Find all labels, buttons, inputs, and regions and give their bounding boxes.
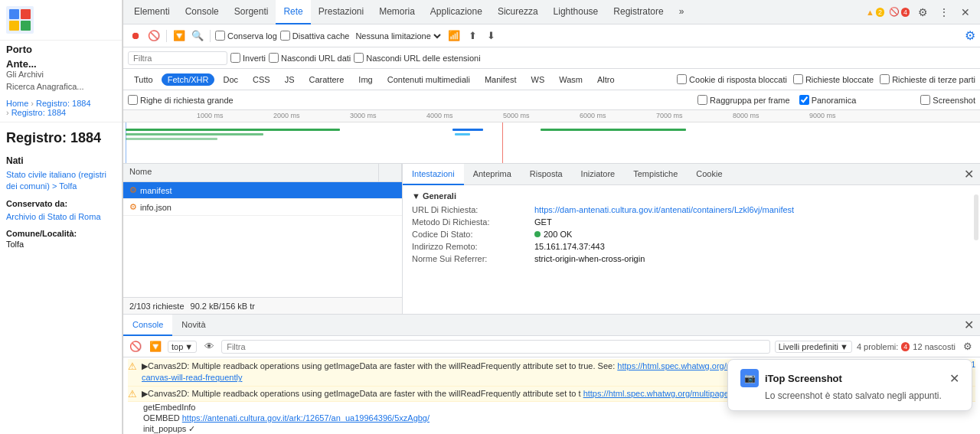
richieste-terze-parti-checkbox[interactable]: Richieste di terze parti	[880, 74, 975, 84]
network-main-area: 1000 ms 2000 ms 3000 ms 4000 ms 5000 ms …	[123, 110, 980, 314]
tab-registratore[interactable]: Registratore	[606, 0, 671, 24]
tab-sorgenti[interactable]: Sorgenti	[227, 0, 276, 24]
nascondi-url-dati-checkbox[interactable]: Nascondi URL dati	[269, 53, 351, 63]
filter-fetch-xhr[interactable]: Fetch/XHR	[162, 73, 215, 86]
filter-manifest[interactable]: Manifest	[479, 73, 523, 86]
inverti-checkbox[interactable]: Inverti	[230, 53, 266, 63]
tab-applicazione[interactable]: Applicazione	[423, 0, 490, 24]
detail-url-row: URL Di Richiesta: https://dam-antenati.c…	[412, 205, 971, 214]
detail-referrer-key: Norme Sui Referrer:	[412, 254, 534, 263]
sidebar: Porto Ante... Gli Archivi Ricerca Anagra…	[0, 0, 122, 434]
disattiva-cache-checkbox[interactable]: Disattiva cache	[280, 31, 350, 41]
console-clear-button[interactable]: 🚫	[128, 339, 143, 354]
detail-tab-risposta[interactable]: Risposta	[521, 164, 572, 185]
tab-lighthouse[interactable]: Lighthouse	[546, 0, 606, 24]
filter-input[interactable]	[128, 51, 227, 65]
search-icon[interactable]: 🔍	[190, 28, 205, 44]
context-selector[interactable]: top ▼	[168, 341, 197, 353]
filter-carattere[interactable]: Carattere	[303, 73, 351, 86]
breadcrumb-home[interactable]: Home	[6, 99, 28, 108]
raggruppa-checkbox[interactable]: Raggruppa per frame	[697, 95, 790, 105]
righe-grandi-checkbox[interactable]: Righe di richiesta grande	[128, 95, 234, 105]
throttle-select[interactable]: Nessuna limitazione	[352, 31, 443, 41]
conserva-log-checkbox[interactable]: Conserva log	[215, 31, 277, 41]
detail-close-button[interactable]: ✕	[958, 167, 980, 181]
request-row-manifest[interactable]: ⚙ manifest	[123, 182, 402, 199]
richieste-bloccate-checkbox[interactable]: Richieste bloccate	[793, 74, 874, 84]
network-split-area: Nome ⚙ manifest ⚙ info.json	[123, 164, 980, 314]
tab-elementi[interactable]: Elementi	[126, 0, 178, 24]
detail-tab-anteprima[interactable]: Anteprima	[464, 164, 521, 185]
levels-select[interactable]: Livelli predefiniti ▼	[775, 341, 852, 353]
filter-contenuti[interactable]: Contenuti multimediali	[381, 73, 476, 86]
detail-remote-val: 15.161.174.37:443	[534, 242, 605, 251]
devtools-icon-area: ▲ 2 🚫 4 ⚙ ⋮ ✕	[866, 4, 977, 21]
sidebar-site-title2: Ante...	[0, 55, 122, 70]
tick-8000ms: 8000 ms	[733, 112, 760, 119]
more-options-icon[interactable]: ⋮	[936, 4, 952, 21]
close-devtools-icon[interactable]: ✕	[957, 4, 974, 21]
stato-civile-text[interactable]: Stato civile italiano (registri dei comu…	[0, 168, 122, 194]
conservato-label: Conservato da:	[0, 194, 122, 210]
detail-tab-iniziatore[interactable]: Iniziatore	[572, 164, 625, 185]
console-oembed-link[interactable]: https://antenati.cultura.gov.it/ark:/126…	[182, 413, 430, 423]
clear-button[interactable]: 🚫	[146, 28, 162, 44]
detail-tab-cookie[interactable]: Cookie	[687, 164, 731, 185]
sidebar-site-subtitle2: Ricerca Anagrafica...	[0, 82, 122, 94]
breadcrumb-sep1: ›	[31, 99, 34, 108]
tick-9000ms: 9000 ms	[809, 112, 836, 119]
settings-icon[interactable]: ⚙	[914, 4, 931, 21]
console-filter-icon[interactable]: 🔽	[148, 339, 163, 354]
tl-bar-2	[126, 133, 263, 135]
filter-js[interactable]: JS	[279, 73, 301, 86]
detail-status-key: Codice Di Stato:	[412, 230, 534, 239]
console-toolbar: 🚫 🔽 top ▼ 👁 Livelli predefiniti ▼ 4 prob…	[123, 336, 980, 357]
sidebar-logo-area	[0, 0, 122, 41]
comune-label: Comune/Località:	[0, 224, 122, 240]
filter-icon[interactable]: 🔽	[172, 28, 187, 44]
breadcrumb-registro1[interactable]: Registro: 1884	[36, 99, 91, 108]
request-rows: ⚙ manifest ⚙ info.json	[123, 182, 402, 297]
tab-console[interactable]: Console	[178, 0, 227, 24]
wifi-icon[interactable]: 📶	[446, 28, 462, 44]
filter-altro[interactable]: Altro	[591, 73, 621, 86]
itop-close-button[interactable]: ✕	[949, 371, 959, 386]
filter-wasm[interactable]: Wasm	[553, 73, 589, 86]
panoramica-checkbox[interactable]: Panoramica	[799, 95, 857, 105]
tl-bar-5	[455, 133, 470, 135]
cookie-risposta-checkbox[interactable]: Cookie di risposta bloccati	[677, 74, 787, 84]
eye-icon[interactable]: 👁	[201, 339, 217, 354]
console-tab-novita[interactable]: Novità	[172, 315, 214, 336]
tab-prestazioni[interactable]: Prestazioni	[311, 0, 371, 24]
detail-tab-intestazioni[interactable]: Intestazioni	[403, 164, 464, 185]
detail-remote-key: Indirizzo Remoto:	[412, 242, 534, 251]
nascondi-url-estensioni-checkbox[interactable]: Nascondi URL delle estensioni	[354, 53, 480, 63]
network-settings-icon[interactable]: ⚙	[965, 28, 975, 43]
tab-rete[interactable]: Rete	[276, 0, 310, 24]
conservato-value: Archivio di Stato di Roma	[0, 210, 122, 224]
breadcrumb-registro2[interactable]: Registro: 1884	[11, 108, 67, 117]
console-log-oembed: OEMBED https://antenati.cultura.gov.it/a…	[128, 413, 975, 423]
console-filter-input[interactable]	[221, 340, 770, 354]
console-settings-icon[interactable]: ⚙	[960, 339, 975, 354]
detail-tab-tempistiche[interactable]: Tempistiche	[624, 164, 687, 185]
tick-2000ms: 2000 ms	[273, 112, 300, 119]
request-count: 2/103 richieste	[129, 302, 185, 311]
filter-tutto[interactable]: Tutto	[128, 73, 159, 86]
filter-img[interactable]: Img	[352, 73, 378, 86]
tab-more[interactable]: »	[671, 0, 692, 24]
detail-url-key: URL Di Richiesta:	[412, 205, 534, 214]
download-icon[interactable]: ⬇	[483, 28, 498, 44]
filter-css[interactable]: CSS	[247, 73, 276, 86]
filter-ws[interactable]: WS	[525, 73, 551, 86]
upload-icon[interactable]: ⬆	[465, 28, 480, 44]
tab-memoria[interactable]: Memoria	[371, 0, 423, 24]
request-row-infojson[interactable]: ⚙ info.json	[123, 199, 402, 216]
screenshot-checkbox[interactable]: Screenshot	[920, 95, 975, 105]
console-close-button[interactable]: ✕	[958, 318, 980, 332]
filter-doc[interactable]: Doc	[217, 73, 244, 86]
detail-url-val[interactable]: https://dam-antenati.cultura.gov.it/ante…	[534, 205, 794, 214]
tab-sicurezza[interactable]: Sicurezza	[490, 0, 546, 24]
console-tab-console[interactable]: Console	[123, 315, 172, 336]
record-button[interactable]: ⏺	[128, 28, 143, 44]
